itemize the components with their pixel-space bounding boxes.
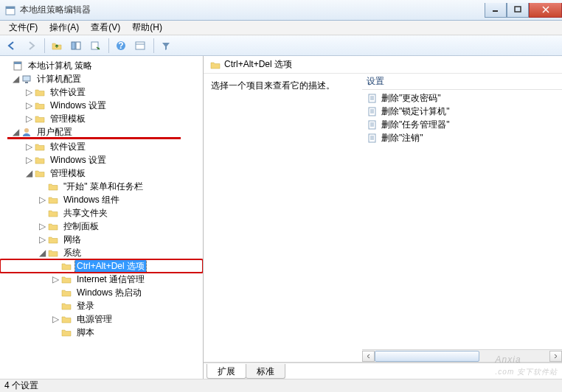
folder-icon: [61, 301, 73, 311]
list-item[interactable]: 删除"锁定计算机": [362, 105, 562, 118]
setting-icon: [367, 133, 379, 143]
up-folder-button[interactable]: [48, 37, 66, 55]
tree-root[interactable]: 本地计算机 策略: [0, 59, 203, 72]
svg-rect-3: [515, 7, 521, 12]
tree-logon[interactable]: 登录: [0, 299, 203, 312]
folder-icon: [61, 261, 73, 271]
expander-icon[interactable]: ▷: [24, 113, 34, 124]
menu-file[interactable]: 文件(F): [3, 20, 44, 35]
expander-icon[interactable]: ▷: [50, 274, 60, 284]
svg-rect-7: [76, 42, 80, 49]
user-icon: [21, 127, 33, 137]
tree-cc-admin[interactable]: ▷管理模板: [0, 112, 203, 125]
folder-icon: [48, 221, 60, 231]
expander-icon[interactable]: ◢: [10, 127, 21, 137]
tree-control-panel[interactable]: ▷控制面板: [0, 220, 203, 233]
svg-rect-16: [25, 82, 28, 83]
svg-rect-11: [136, 42, 145, 49]
list-item[interactable]: 删除"更改密码": [362, 91, 562, 105]
annotation-underline: [7, 137, 181, 139]
help-button[interactable]: ?: [112, 37, 130, 55]
folder-icon: [35, 113, 46, 124]
description-column: 选择一个项目来查看它的描述。: [204, 74, 362, 362]
column-header-setting[interactable]: 设置: [362, 74, 562, 90]
folder-icon: [61, 314, 73, 324]
tree-scripts[interactable]: 脚本: [0, 326, 203, 339]
properties-button[interactable]: [131, 37, 149, 55]
filter-button[interactable]: [157, 37, 175, 55]
status-bar: 4 个设置: [0, 379, 562, 392]
folder-icon: [35, 87, 46, 97]
export-list-button[interactable]: [86, 37, 104, 55]
folder-icon: [35, 141, 46, 152]
tree-system[interactable]: ◢系统: [0, 246, 203, 259]
title-bar: 本地组策略编辑器: [0, 0, 562, 21]
status-text: 4 个设置: [4, 379, 38, 392]
tree-uc-software[interactable]: ▷软件设置: [0, 140, 203, 153]
svg-rect-8: [91, 42, 98, 49]
folder-icon: [61, 327, 73, 337]
expander-icon[interactable]: ◢: [37, 248, 47, 258]
svg-point-17: [24, 128, 29, 133]
svg-rect-6: [72, 42, 75, 49]
nav-back-button[interactable]: [3, 37, 21, 55]
scroll-thumb[interactable]: [375, 351, 479, 362]
detail-pane: Ctrl+Alt+Del 选项 选择一个项目来查看它的描述。 设置 删除"更改密…: [204, 56, 562, 379]
close-button[interactable]: [529, 3, 562, 18]
expander-icon[interactable]: ▷: [37, 195, 47, 205]
settings-list[interactable]: 删除"更改密码" 删除"锁定计算机" 删除"任务管理器" 删除"注销": [362, 90, 562, 349]
minimize-button[interactable]: [485, 3, 507, 18]
menu-view[interactable]: 查看(V): [85, 20, 126, 35]
setting-icon: [367, 106, 379, 116]
policy-icon: [13, 60, 24, 71]
list-item[interactable]: 删除"注销": [362, 131, 562, 144]
expander-icon[interactable]: ▷: [37, 221, 47, 231]
expander-icon[interactable]: ▷: [50, 314, 60, 324]
tree-cc-software[interactable]: ▷软件设置: [0, 85, 203, 99]
folder-icon: [48, 195, 60, 205]
folder-icon: [35, 155, 46, 165]
tree-shared-folders[interactable]: 共享文件夹: [0, 206, 203, 220]
tree-start-taskbar[interactable]: "开始" 菜单和任务栏: [0, 180, 203, 193]
expander-icon[interactable]: ▷: [24, 155, 34, 165]
nav-forward-button[interactable]: [22, 37, 40, 55]
show-hide-tree-button[interactable]: [67, 37, 85, 55]
detail-title: Ctrl+Alt+Del 选项: [224, 58, 292, 71]
folder-icon: [61, 287, 73, 298]
app-icon: [4, 4, 16, 16]
expander-icon[interactable]: ▷: [24, 100, 34, 111]
folder-icon: [35, 100, 46, 111]
tree-win-hotstart[interactable]: Windows 热启动: [0, 286, 203, 299]
tree-win-components[interactable]: ▷Windows 组件: [0, 193, 203, 206]
maximize-button[interactable]: [507, 3, 529, 18]
expander-icon[interactable]: ▷: [24, 87, 34, 97]
setting-icon: [367, 93, 379, 103]
menu-help[interactable]: 帮助(H): [126, 20, 168, 35]
scroll-left-button[interactable]: [362, 351, 375, 362]
tree-cc-windows[interactable]: ▷Windows 设置: [0, 99, 203, 112]
folder-icon: [61, 274, 73, 284]
expander-icon[interactable]: ▷: [24, 141, 34, 152]
tree-internet-comm[interactable]: ▷Internet 通信管理: [0, 273, 203, 286]
tab-extended[interactable]: 扩展: [207, 364, 246, 379]
svg-rect-14: [14, 62, 21, 64]
tree-computer-config[interactable]: ◢ 计算机配置: [0, 72, 203, 85]
tree-ctrl-alt-del[interactable]: Ctrl+Alt+Del 选项: [0, 259, 203, 273]
expander-icon[interactable]: ▷: [37, 234, 47, 245]
menu-action[interactable]: 操作(A): [44, 20, 85, 35]
description-text: 选择一个项目来查看它的描述。: [211, 80, 335, 91]
list-item[interactable]: 删除"任务管理器": [362, 118, 562, 131]
folder-icon: [48, 208, 60, 218]
horizontal-scrollbar[interactable]: [362, 349, 562, 362]
tree-power-management[interactable]: ▷电源管理: [0, 312, 203, 326]
tree-network[interactable]: ▷网络: [0, 233, 203, 246]
tree-uc-windows[interactable]: ▷Windows 设置: [0, 153, 203, 167]
tree-pane[interactable]: 本地计算机 策略 ◢ 计算机配置 ▷软件设置 ▷Windows 设置 ▷管理模板…: [0, 56, 204, 379]
detail-header: Ctrl+Alt+Del 选项: [204, 56, 562, 74]
tree-uc-admin[interactable]: ◢管理模板: [0, 167, 203, 180]
folder-icon: [48, 181, 60, 192]
expander-icon[interactable]: ◢: [24, 168, 34, 178]
expander-icon[interactable]: ◢: [10, 74, 21, 84]
scroll-right-button[interactable]: [549, 351, 562, 362]
tab-standard[interactable]: 标准: [246, 364, 285, 379]
